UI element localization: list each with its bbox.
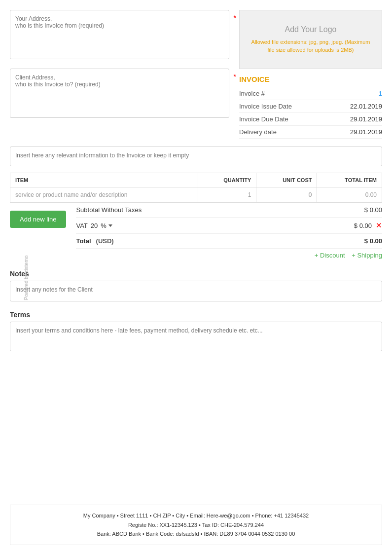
invoice-delivery-date-value[interactable]: 29.01.2019 <box>350 128 382 136</box>
footer-line3: Bank: ABCD Bank • Bank Code: dsfsadsfd •… <box>16 529 376 539</box>
notes-input[interactable] <box>10 281 382 301</box>
vat-label: VAT <box>76 222 87 229</box>
subtotal-value: $ 0.00 <box>364 206 382 214</box>
item-unit-cost[interactable]: 0 <box>256 187 317 203</box>
from-address-wrapper: * <box>10 10 229 61</box>
table-row: service or product name and/or descripti… <box>10 187 382 203</box>
footer: My Company • Street 1111 • CH ZIP • City… <box>10 505 382 545</box>
vat-row: VAT 20 % $ 0.00 ✕ <box>76 218 382 234</box>
terms-input[interactable] <box>10 322 382 351</box>
invoice-delivery-date-label: Delivery date <box>239 128 277 136</box>
invoice-issue-date-label: Invoice Issue Date <box>239 103 292 110</box>
to-address-input[interactable] <box>10 69 229 118</box>
logo-hint: Allowed file extensions: jpg, png, jpeg.… <box>248 38 374 54</box>
total-currency: (USD) <box>96 237 114 245</box>
logo-title: Add Your Logo <box>285 25 337 34</box>
invoice-label: INVOICE <box>239 75 382 83</box>
chevron-down-icon <box>108 224 112 227</box>
delete-vat-button[interactable]: ✕ <box>376 221 382 230</box>
to-address-required: * <box>234 73 236 80</box>
terms-label: Terms <box>10 311 382 319</box>
add-shipping-link[interactable]: + Shipping <box>352 252 382 259</box>
totals-section: Subtotal Without Taxes $ 0.00 VAT 20 % $… <box>76 203 382 262</box>
invoice-due-date-row: Invoice Due Date 29.01.2019 <box>239 113 382 126</box>
add-discount-link[interactable]: + Discount <box>315 252 345 259</box>
terms-section: Terms <box>10 311 382 353</box>
col-unit-cost: UNIT COST <box>256 173 317 187</box>
total-value: $ 0.00 <box>364 237 382 245</box>
col-item: ITEM <box>10 173 198 187</box>
subtotal-label: Subtotal Without Taxes <box>76 206 142 214</box>
invoice-details: INVOICE Invoice # 1 Invoice Issue Date 2… <box>239 75 382 139</box>
col-total-item: TOTAL ITEM <box>317 173 382 187</box>
to-address-wrapper: * <box>10 69 229 119</box>
powered-by-label: Powered by zisterno <box>24 255 29 300</box>
item-description[interactable]: service or product name and/or descripti… <box>10 187 198 203</box>
invoice-due-date-label: Invoice Due Date <box>239 115 288 123</box>
from-address-required: * <box>234 14 236 22</box>
invoice-delivery-date-row: Delivery date 29.01.2019 <box>239 126 382 139</box>
vat-value: $ 0.00 <box>354 222 372 229</box>
subtotal-row: Subtotal Without Taxes $ 0.00 <box>76 203 382 218</box>
total-row: Total (USD) $ 0.00 <box>76 234 382 249</box>
logo-upload-area[interactable]: Add Your Logo Allowed file extensions: j… <box>239 10 382 69</box>
notes-section: Notes <box>10 270 382 303</box>
bottom-section: Add new line Subtotal Without Taxes $ 0.… <box>10 203 382 262</box>
total-label: Total <box>76 237 91 245</box>
invoice-issue-date-value[interactable]: 22.01.2019 <box>350 103 382 110</box>
invoice-number-value[interactable]: 1 <box>379 90 382 97</box>
vat-percentage: 20 <box>91 222 98 229</box>
vat-dropdown[interactable]: % <box>101 222 112 229</box>
footer-line2: Registe No.: XX1-12345.123 • Tax ID: CHE… <box>16 520 376 530</box>
item-total: 0.00 <box>317 187 382 203</box>
invoice-number-label: Invoice # <box>239 90 265 97</box>
invoice-due-date-value[interactable]: 29.01.2019 <box>350 115 382 123</box>
invoice-issue-date-row: Invoice Issue Date 22.01.2019 <box>239 100 382 113</box>
from-address-input[interactable] <box>10 10 229 59</box>
footer-line1: My Company • Street 1111 • CH ZIP • City… <box>16 511 376 520</box>
invoice-info-input[interactable] <box>10 147 382 166</box>
items-table: ITEM QUANTITY UNIT COST TOTAL ITEM servi… <box>10 173 382 203</box>
notes-label: Notes <box>10 270 382 278</box>
invoice-number-row: Invoice # 1 <box>239 87 382 100</box>
add-line-button[interactable]: Add new line <box>10 211 66 228</box>
col-quantity: QUANTITY <box>198 173 256 187</box>
discount-shipping-row: + Discount + Shipping <box>76 249 382 262</box>
item-quantity[interactable]: 1 <box>198 187 256 203</box>
